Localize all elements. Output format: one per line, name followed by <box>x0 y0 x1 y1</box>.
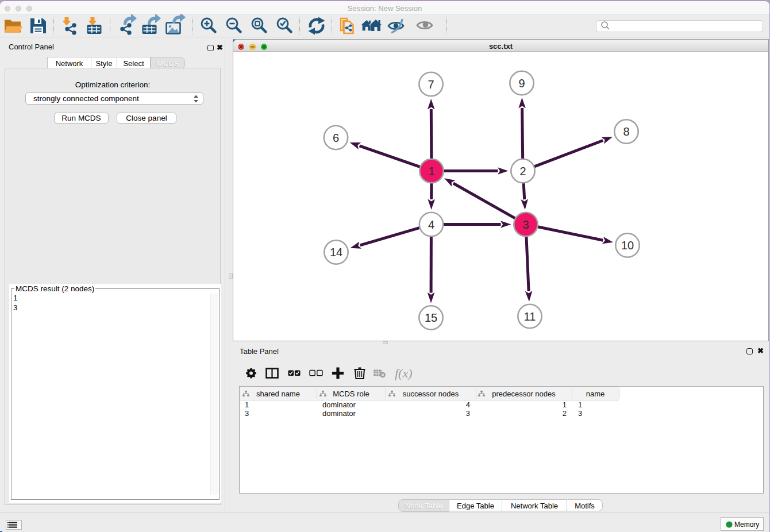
svg-text:6: 6 <box>333 132 339 144</box>
svg-text:11: 11 <box>524 310 536 323</box>
svg-text:7: 7 <box>428 78 434 91</box>
svg-text:8: 8 <box>623 125 629 138</box>
svg-text:f(x): f(x) <box>395 366 413 380</box>
svg-text:10: 10 <box>621 239 634 252</box>
svg-text:3: 3 <box>522 218 529 231</box>
svg-text:14: 14 <box>330 246 342 259</box>
svg-text:1: 1 <box>428 165 434 178</box>
svg-text:2: 2 <box>519 165 526 178</box>
svg-text:9: 9 <box>518 77 525 90</box>
svg-text:15: 15 <box>425 311 437 324</box>
svg-text:4: 4 <box>428 218 434 231</box>
